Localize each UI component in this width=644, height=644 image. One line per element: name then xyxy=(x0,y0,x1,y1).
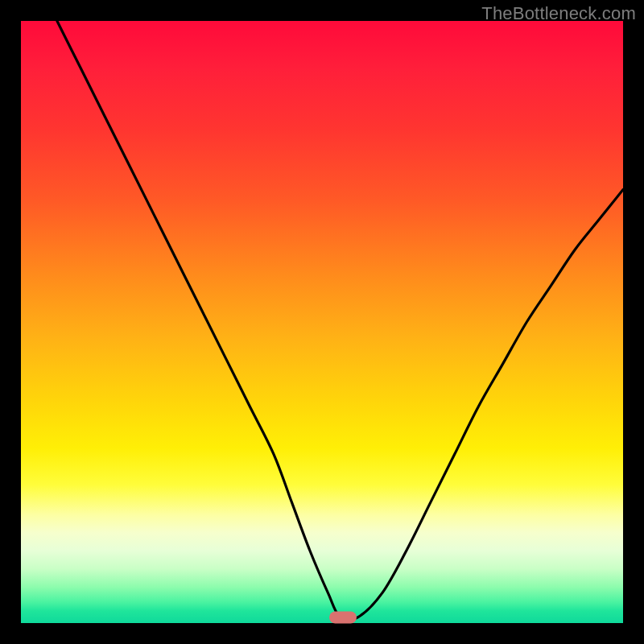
plot-area xyxy=(21,21,623,623)
curve-path xyxy=(57,21,623,620)
bottleneck-curve xyxy=(21,21,623,623)
chart-frame: TheBottleneck.com xyxy=(0,0,644,644)
optimal-marker xyxy=(329,611,357,623)
watermark-text: TheBottleneck.com xyxy=(481,3,636,24)
